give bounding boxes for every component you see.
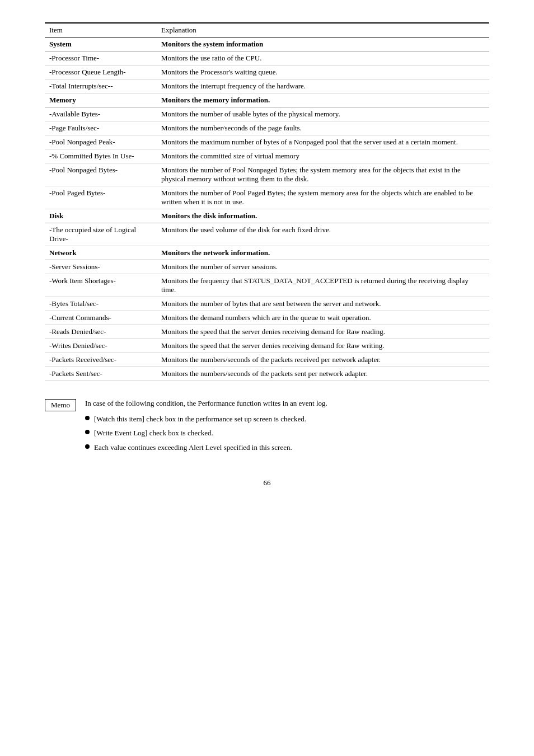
row-item: -Processor Queue Length- (45, 65, 157, 79)
row-item: -Bytes Total/sec- (45, 297, 157, 311)
row-explanation: Monitors the number of Pool Nonpaged Byt… (157, 163, 489, 186)
row-explanation: Monitors the maximum number of bytes of … (157, 135, 489, 149)
row-explanation: Monitors the committed size of virtual m… (157, 149, 489, 163)
table-row: -Total Interrupts/sec--Monitors the inte… (45, 79, 489, 93)
table-row: -Pool Nonpaged Bytes-Monitors the number… (45, 163, 489, 186)
section-item: Memory (45, 93, 157, 107)
table-row: -Server Sessions-Monitors the number of … (45, 260, 489, 274)
page-container: Item Explanation SystemMonitors the syst… (45, 22, 489, 487)
memo-label: Memo (45, 399, 76, 411)
row-explanation: Monitors the speed that the server denie… (157, 339, 489, 353)
memo-bullet-list: [Watch this item] check box in the perfo… (85, 414, 489, 453)
table-section-row: MemoryMonitors the memory information. (45, 93, 489, 107)
section-item: Network (45, 246, 157, 260)
list-item: [Write Event Log] check box is checked. (85, 428, 489, 439)
row-explanation: Monitors the numbers/seconds of the pack… (157, 367, 489, 381)
list-item: Each value continues exceeding Alert Lev… (85, 442, 489, 453)
table-row: -The occupied size of Logical Drive-Moni… (45, 223, 489, 246)
row-item: -Current Commands- (45, 311, 157, 325)
page-number: 66 (45, 478, 489, 487)
table-row: -Page Faults/sec-Monitors the number/sec… (45, 121, 489, 135)
bullet-icon (85, 416, 90, 420)
row-item: -Pool Paged Bytes- (45, 186, 157, 209)
row-item: -Work Item Shortages- (45, 274, 157, 297)
row-item: -Reads Denied/sec- (45, 325, 157, 339)
row-item: -% Committed Bytes In Use- (45, 149, 157, 163)
row-item: -The occupied size of Logical Drive- (45, 223, 157, 246)
row-item: -Processor Time- (45, 51, 157, 65)
row-item: -Writes Denied/sec- (45, 339, 157, 353)
row-explanation: Monitors the Processor's waiting queue. (157, 65, 489, 79)
table-row: -Processor Time-Monitors the use ratio o… (45, 51, 489, 65)
table-row: -Work Item Shortages-Monitors the freque… (45, 274, 489, 297)
row-explanation: Monitors the frequency that STATUS_DATA_… (157, 274, 489, 297)
table-section-row: NetworkMonitors the network information. (45, 246, 489, 260)
table-row: -Pool Paged Bytes-Monitors the number of… (45, 186, 489, 209)
row-item: -Pool Nonpaged Bytes- (45, 163, 157, 186)
row-explanation: Monitors the number/seconds of the page … (157, 121, 489, 135)
row-item: -Packets Received/sec- (45, 353, 157, 367)
table-section-row: DiskMonitors the disk information. (45, 209, 489, 223)
row-item: -Packets Sent/sec- (45, 367, 157, 381)
row-item: -Page Faults/sec- (45, 121, 157, 135)
table-row: -Processor Queue Length-Monitors the Pro… (45, 65, 489, 79)
table-section-row: SystemMonitors the system information (45, 37, 489, 51)
row-explanation: Monitors the used volume of the disk for… (157, 223, 489, 246)
row-explanation: Monitors the numbers/seconds of the pack… (157, 353, 489, 367)
table-row: -Pool Nonpaged Peak-Monitors the maximum… (45, 135, 489, 149)
bullet-text: Each value continues exceeding Alert Lev… (94, 442, 292, 453)
bullet-text: [Watch this item] check box in the perfo… (94, 414, 306, 425)
row-explanation: Monitors the number of usable bytes of t… (157, 107, 489, 121)
bullet-icon (85, 430, 90, 434)
row-explanation: Monitors the demand numbers which are in… (157, 311, 489, 325)
bullet-text: [Write Event Log] check box is checked. (94, 428, 213, 439)
section-explanation: Monitors the system information (157, 37, 489, 51)
table-row: -Available Bytes-Monitors the number of … (45, 107, 489, 121)
header-explanation: Explanation (157, 23, 489, 37)
section-explanation: Monitors the disk information. (157, 209, 489, 223)
row-item: -Server Sessions- (45, 260, 157, 274)
row-explanation: Monitors the interrupt frequency of the … (157, 79, 489, 93)
row-explanation: Monitors the number of bytes that are se… (157, 297, 489, 311)
table-row: -Bytes Total/sec-Monitors the number of … (45, 297, 489, 311)
row-explanation: Monitors the use ratio of the CPU. (157, 51, 489, 65)
memo-content: In case of the following condition, the … (85, 398, 489, 456)
row-explanation: Monitors the number of Pool Paged Bytes;… (157, 186, 489, 209)
table-row: -Reads Denied/sec-Monitors the speed tha… (45, 325, 489, 339)
table-row: -Writes Denied/sec-Monitors the speed th… (45, 339, 489, 353)
memo-section: Memo In case of the following condition,… (45, 398, 489, 456)
main-table: Item Explanation SystemMonitors the syst… (45, 22, 489, 381)
header-item: Item (45, 23, 157, 37)
list-item: [Watch this item] check box in the perfo… (85, 414, 489, 425)
row-explanation: Monitors the speed that the server denie… (157, 325, 489, 339)
memo-intro: In case of the following condition, the … (85, 398, 489, 409)
section-item: Disk (45, 209, 157, 223)
table-row: -Packets Received/sec-Monitors the numbe… (45, 353, 489, 367)
row-explanation: Monitors the number of server sessions. (157, 260, 489, 274)
row-item: -Available Bytes- (45, 107, 157, 121)
bullet-icon (85, 444, 90, 449)
table-row: -% Committed Bytes In Use-Monitors the c… (45, 149, 489, 163)
table-row: -Packets Sent/sec-Monitors the numbers/s… (45, 367, 489, 381)
row-item: -Pool Nonpaged Peak- (45, 135, 157, 149)
section-item: System (45, 37, 157, 51)
table-row: -Current Commands-Monitors the demand nu… (45, 311, 489, 325)
section-explanation: Monitors the memory information. (157, 93, 489, 107)
section-explanation: Monitors the network information. (157, 246, 489, 260)
row-item: -Total Interrupts/sec-- (45, 79, 157, 93)
